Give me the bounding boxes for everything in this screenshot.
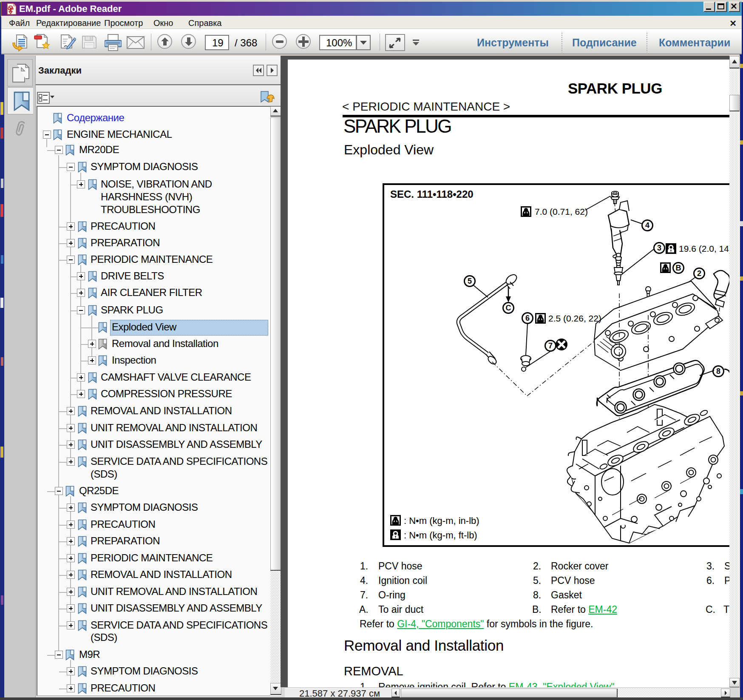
svg-text:19.6 (2.0, 14): 19.6 (2.0, 14) [679, 244, 729, 253]
svg-text:B: B [676, 264, 681, 272]
svg-text:8: 8 [716, 367, 720, 376]
svg-text:: N•m (kg-m, in-lb): : N•m (kg-m, in-lb) [404, 515, 479, 526]
svg-text:C: C [506, 304, 511, 312]
svg-text:2.5 (0.26, 22): 2.5 (0.26, 22) [548, 313, 601, 323]
svg-text:7.0 (0.71, 62): 7.0 (0.71, 62) [535, 207, 588, 216]
svg-text:: N•m (kg-m, ft-lb): : N•m (kg-m, ft-lb) [404, 530, 477, 541]
svg-text:7: 7 [548, 341, 553, 350]
svg-text:4: 4 [645, 221, 649, 230]
svg-text:SEC. 111•118•220: SEC. 111•118•220 [390, 188, 474, 200]
svg-text:3: 3 [657, 244, 661, 252]
svg-text:5: 5 [468, 277, 472, 285]
svg-text:6: 6 [525, 314, 530, 322]
svg-text:2: 2 [697, 269, 701, 278]
